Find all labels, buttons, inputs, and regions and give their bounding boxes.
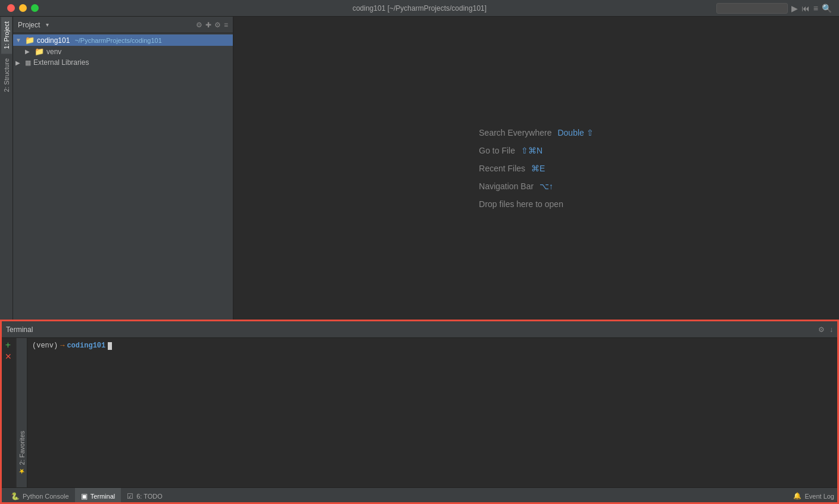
panel-add-icon[interactable]: ✚ bbox=[205, 21, 211, 29]
favorites-side-tab[interactable]: ★ 2: Favorites bbox=[17, 338, 27, 487]
tree-item-external-libs[interactable]: ▶ ▦ External Libraries bbox=[13, 57, 233, 68]
terminal-download-icon[interactable]: ↓ bbox=[829, 325, 833, 334]
hint-drop-label: Drop files here to open bbox=[479, 199, 563, 209]
project-panel-header: Project ▾ ⚙ ✚ ⚙ ≡ bbox=[13, 17, 233, 33]
root-folder-icon: 📁 bbox=[25, 36, 35, 45]
extlibs-caret: ▶ bbox=[15, 60, 23, 66]
terminal-directory: coding101 bbox=[67, 342, 105, 350]
hint-goto-shortcut: ⇧⌘N bbox=[521, 146, 542, 155]
terminal-body: + ✕ ★ 2: Favorites (venv) → coding101 bbox=[0, 338, 839, 487]
hint-nav-label: Navigation Bar bbox=[479, 181, 534, 191]
python-console-label: Python Console bbox=[23, 493, 69, 500]
panel-settings-icon[interactable]: ⚙ bbox=[196, 21, 202, 29]
favorites-label: ★ 2: Favorites bbox=[18, 431, 26, 475]
venv-folder-icon: 📁 bbox=[35, 47, 44, 56]
panel-menu-icon[interactable]: ≡ bbox=[224, 21, 228, 29]
status-tab-python-console[interactable]: 🐍 Python Console bbox=[5, 488, 75, 505]
terminal-prompt-line: (venv) → coding101 bbox=[32, 342, 834, 350]
venv-caret: ▶ bbox=[25, 48, 32, 55]
terminal-header-icons: ⚙ ↓ bbox=[818, 325, 833, 334]
title-bar-right: ▶ ⏮ ≡ 🔍 bbox=[716, 3, 832, 14]
hint-goto-label: Go to File bbox=[479, 146, 515, 155]
root-label: coding101 bbox=[37, 36, 70, 45]
hint-recent-files: Recent Files ⌘E bbox=[479, 164, 545, 173]
project-panel-caret[interactable]: ▾ bbox=[46, 21, 49, 28]
tree-item-venv[interactable]: ▶ 📁 venv bbox=[13, 46, 233, 57]
bottom-panel: Terminal ⚙ ↓ + ✕ ★ 2: Favorites bbox=[0, 320, 839, 504]
extlibs-icon: ▦ bbox=[25, 59, 31, 67]
hint-search-label: Search Everywhere bbox=[479, 128, 551, 137]
left-side-tabs: 1: Project 2: Structure bbox=[0, 17, 13, 320]
project-panel: Project ▾ ⚙ ✚ ⚙ ≡ ▼ 📁 coding101 ~/Pychar… bbox=[13, 17, 233, 320]
todo-label: 6: TODO bbox=[136, 493, 163, 500]
sidebar-item-structure[interactable]: 2: Structure bbox=[1, 54, 12, 97]
hint-goto-file: Go to File ⇧⌘N bbox=[479, 146, 542, 155]
hint-drop-files: Drop files here to open bbox=[479, 199, 563, 209]
sidebar-item-project[interactable]: 1: Project bbox=[1, 17, 12, 54]
title-bar: coding101 [~/PycharmProjects/coding101] … bbox=[0, 0, 839, 17]
terminal-add-button[interactable]: + bbox=[5, 340, 11, 350]
hint-recent-shortcut: ⌘E bbox=[531, 164, 545, 173]
terminal-title: Terminal bbox=[6, 325, 33, 334]
terminal-cursor bbox=[108, 342, 112, 350]
panel-config-icon[interactable]: ⚙ bbox=[214, 21, 221, 29]
venv-label: venv bbox=[46, 48, 61, 56]
extlibs-label: External Libraries bbox=[33, 58, 89, 67]
terminal-header: Terminal ⚙ ↓ bbox=[0, 321, 839, 338]
window-title: coding101 [~/PycharmProjects/coding101] bbox=[353, 4, 486, 12]
app-window: 1: Project 2: Structure Project ▾ ⚙ ✚ ⚙ … bbox=[0, 17, 839, 504]
debug-icon[interactable]: ⏮ bbox=[801, 4, 810, 13]
terminal-tab-icon: ▣ bbox=[81, 492, 88, 500]
search-icon[interactable]: 🔍 bbox=[822, 4, 832, 13]
terminal-tab-label: Terminal bbox=[91, 493, 116, 500]
close-button[interactable] bbox=[7, 4, 15, 12]
terminal-content[interactable]: (venv) → coding101 bbox=[27, 338, 839, 487]
status-bar-right: 🔔 Event Log bbox=[793, 492, 834, 500]
title-search-box[interactable] bbox=[716, 3, 788, 14]
minimize-button[interactable] bbox=[19, 4, 27, 12]
event-log-label[interactable]: Event Log bbox=[804, 493, 834, 500]
hint-search-everywhere: Search Everywhere Double ⇧ bbox=[479, 128, 593, 137]
event-log-icon: 🔔 bbox=[793, 492, 801, 500]
status-tab-todo[interactable]: ☑ 6: TODO bbox=[121, 488, 169, 505]
python-console-icon: 🐍 bbox=[11, 492, 20, 500]
project-panel-title: Project bbox=[18, 21, 40, 29]
root-caret: ▼ bbox=[15, 37, 23, 43]
status-tab-terminal[interactable]: ▣ Terminal bbox=[75, 488, 121, 505]
hint-nav-bar: Navigation Bar ⌥↑ bbox=[479, 181, 553, 191]
tree-item-root[interactable]: ▼ 📁 coding101 ~/PycharmProjects/coding10… bbox=[13, 35, 233, 46]
hint-recent-label: Recent Files bbox=[479, 164, 525, 173]
todo-icon: ☑ bbox=[127, 492, 133, 500]
project-tree: ▼ 📁 coding101 ~/PycharmProjects/coding10… bbox=[13, 33, 233, 320]
terminal-settings-icon[interactable]: ⚙ bbox=[818, 325, 825, 334]
terminal-arrow: → bbox=[60, 342, 64, 350]
terminal-venv: (venv) bbox=[32, 342, 58, 350]
hint-nav-shortcut: ⌥↑ bbox=[539, 181, 553, 191]
content-area: 1: Project 2: Structure Project ▾ ⚙ ✚ ⚙ … bbox=[0, 17, 839, 320]
terminal-sidebar: + ✕ bbox=[0, 338, 17, 487]
window-controls bbox=[7, 4, 39, 12]
star-icon: ★ bbox=[18, 467, 26, 475]
hint-search-shortcut: Double ⇧ bbox=[557, 128, 593, 137]
editor-area: Search Everywhere Double ⇧ Go to File ⇧⌘… bbox=[233, 17, 839, 320]
maximize-button[interactable] bbox=[31, 4, 39, 12]
run-icon[interactable]: ▶ bbox=[791, 4, 798, 13]
editor-hints: Search Everywhere Double ⇧ Go to File ⇧⌘… bbox=[479, 128, 593, 209]
panel-toolbar-icons: ⚙ ✚ ⚙ ≡ bbox=[196, 21, 228, 29]
coverage-icon[interactable]: ≡ bbox=[813, 4, 818, 13]
root-path: ~/PycharmProjects/coding101 bbox=[74, 37, 161, 44]
terminal-close-button[interactable]: ✕ bbox=[5, 352, 12, 361]
status-bar: 🐍 Python Console ▣ Terminal ☑ 6: TODO 🔔 … bbox=[0, 487, 839, 504]
